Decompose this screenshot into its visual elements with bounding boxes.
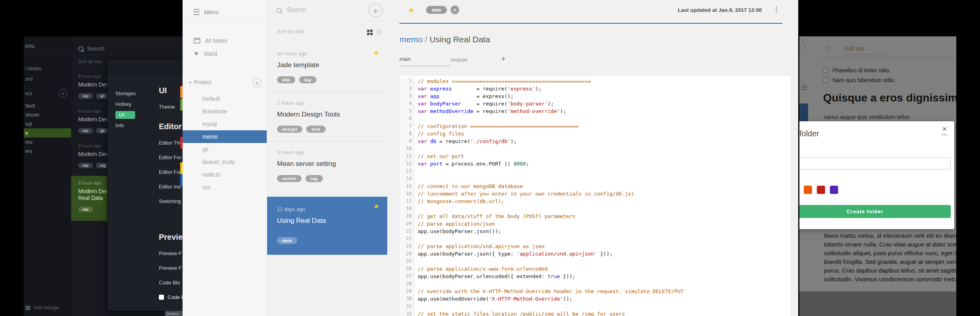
sidebar-folder-nodeJs[interactable]: nodeJs bbox=[183, 168, 267, 181]
note-timestamp: an hours ago bbox=[277, 51, 382, 56]
code-line: 23// parse application/vnd.api+json as j… bbox=[400, 243, 790, 250]
code-line: 6 bbox=[400, 115, 790, 122]
search-icon bbox=[277, 8, 282, 13]
tab-module[interactable]: module bbox=[450, 57, 501, 66]
sidebar-folder-Default[interactable]: Default bbox=[183, 92, 267, 105]
preferences-row-label: Editor For bbox=[159, 154, 183, 160]
dark-folder-item[interactable]: ers bbox=[24, 147, 71, 156]
code-token: ); bbox=[560, 108, 566, 114]
dark-search-field[interactable]: Search bbox=[71, 36, 183, 55]
dark-folder-item[interactable]: sql bbox=[24, 119, 71, 128]
checkbox-icon bbox=[159, 295, 164, 300]
dark-folder-item[interactable]: fault bbox=[24, 101, 71, 110]
line-number: 30 bbox=[400, 295, 415, 303]
create-folder-button[interactable]: Create folder bbox=[799, 205, 951, 218]
tag-badge: server bbox=[277, 175, 302, 182]
menu-button[interactable]: Menu bbox=[183, 0, 267, 18]
line-number: 29 bbox=[400, 288, 415, 295]
dark-code-mode-chip[interactable]: javascri bbox=[165, 311, 183, 316]
dark-menu-button[interactable]: enu bbox=[24, 36, 71, 55]
folder-name-input[interactable] bbox=[799, 158, 951, 169]
code-editor[interactable]: 1// modules ============================… bbox=[400, 76, 790, 316]
dark-sidebar-item[interactable]: l Notes bbox=[25, 66, 71, 71]
code-token: app.use(bodyParser.urlencoded({ extended… bbox=[418, 273, 548, 279]
add-tab-button[interactable]: + bbox=[501, 55, 517, 66]
sidebar-folder-mysql[interactable]: mysql bbox=[183, 118, 267, 130]
dark-folder-item[interactable]: stnote bbox=[24, 110, 71, 119]
code-line: 5var methodOverride = require('method-ov… bbox=[400, 107, 790, 115]
code-line: 12var port = process.env.PORT || 8080; bbox=[400, 160, 790, 167]
line-number: 8 bbox=[400, 130, 415, 137]
tag-badge: wip bbox=[78, 207, 93, 212]
code-token: 'body-parser' bbox=[507, 101, 548, 107]
add-tag-button[interactable]: + bbox=[450, 6, 459, 14]
sidebar-item-all-notes[interactable]: All Notes bbox=[183, 34, 267, 47]
sidebar-folder-css[interactable]: css bbox=[183, 181, 267, 194]
preferences-nav-label: UI bbox=[115, 111, 135, 119]
sidebar-folder-laravel_study[interactable]: laravel_study bbox=[183, 156, 267, 168]
sidebar-folder-memo[interactable]: memo bbox=[183, 130, 267, 143]
code-token: app.use(methodOverride( bbox=[418, 296, 489, 302]
preferences-nav-item[interactable]: Hotkey bbox=[115, 101, 164, 111]
code-line: 11// set our port bbox=[400, 152, 790, 160]
modal-close-button[interactable]: × esc bbox=[942, 124, 947, 136]
star-icon[interactable]: ★ bbox=[373, 49, 379, 56]
line-number: 31 bbox=[400, 303, 415, 310]
color-swatch[interactable] bbox=[804, 186, 812, 194]
list-view-icon[interactable] bbox=[377, 30, 382, 30]
note-list-item[interactable]: an hours ago★Jade templatewiptag bbox=[267, 43, 387, 92]
tab-main[interactable]: main bbox=[400, 56, 450, 66]
grid-view-icon[interactable] bbox=[367, 30, 369, 32]
code-token: 'application/vnd.api+json' bbox=[516, 251, 597, 257]
kebab-menu-icon[interactable] bbox=[776, 6, 777, 8]
dark-project-header[interactable]: ect + bbox=[24, 90, 71, 96]
code-token: // set our port bbox=[418, 153, 464, 159]
add-folder-button[interactable]: + bbox=[253, 78, 262, 87]
note-list-item[interactable]: 12 days ago★Using Real Datadata bbox=[267, 197, 387, 255]
code-text: // config files bbox=[415, 130, 464, 137]
preferences-nav-item[interactable]: Storages bbox=[115, 90, 164, 101]
dark-add-folder-button[interactable]: + bbox=[58, 89, 67, 98]
new-note-button[interactable]: + bbox=[369, 4, 383, 17]
dark-sidebar-item[interactable]: ard bbox=[25, 76, 71, 82]
code-token: ; bbox=[526, 161, 529, 167]
line-number: 18 bbox=[400, 205, 415, 213]
code-token: // configuration =======================… bbox=[418, 123, 579, 129]
note-tag-badge[interactable]: data bbox=[426, 6, 447, 14]
preferences-nav-item[interactable]: Info bbox=[115, 122, 164, 133]
code-token: 'express' bbox=[507, 86, 535, 92]
search-field[interactable]: Search + bbox=[267, 0, 387, 21]
color-swatch[interactable] bbox=[830, 186, 838, 194]
sort-selector[interactable]: Sort by date bbox=[277, 28, 305, 34]
dark-folder-item[interactable]: mo bbox=[24, 137, 71, 147]
code-token: var bbox=[418, 86, 427, 92]
color-swatch[interactable] bbox=[817, 186, 825, 194]
star-icon[interactable]: ★ bbox=[408, 6, 415, 14]
note-title: Using Real Data bbox=[277, 217, 382, 225]
project-header[interactable]: ▾Project + bbox=[183, 79, 267, 87]
code-token: })); bbox=[560, 273, 575, 279]
dark-folder-item[interactable]: e bbox=[24, 128, 71, 137]
line-number: 4 bbox=[400, 100, 415, 107]
sidebar-folder-git[interactable]: git bbox=[183, 143, 267, 156]
code-line: 28 bbox=[400, 280, 790, 288]
note-list-item[interactable]: 3 hours agoMean server settingservertag bbox=[267, 142, 387, 191]
preferences-checkbox[interactable]: Code B bbox=[159, 294, 183, 300]
code-token: )); bbox=[563, 296, 572, 302]
code-text: // mongoose.connect(db.url); bbox=[415, 198, 504, 205]
preferences-nav-item[interactable]: UI bbox=[115, 111, 164, 122]
desktop-canvas: enu l Notesard ect + faultstnotesqlemoer… bbox=[0, 0, 980, 316]
sidebar-folder-Boostnote[interactable]: Boostnote bbox=[183, 105, 267, 118]
breadcrumb-separator: / bbox=[422, 35, 430, 44]
code-text bbox=[415, 115, 421, 122]
star-icon[interactable]: ★ bbox=[373, 202, 379, 210]
sidebar-item-stard[interactable]: ★Stard bbox=[183, 47, 267, 60]
dark-add-storage-button[interactable]: Add storage bbox=[25, 305, 59, 310]
chevron-down-icon: ▾ bbox=[189, 80, 191, 85]
code-token: // parse application/x-www-form-urlencod… bbox=[418, 266, 548, 272]
code-line: 1// modules ============================… bbox=[400, 77, 790, 85]
note-list-item[interactable]: 2 hours agoModern Design Toolsdesigntool bbox=[267, 92, 387, 142]
dark-sidebar: enu l Notesard ect + faultstnotesqlemoer… bbox=[24, 36, 71, 316]
breadcrumb-folder[interactable]: memo bbox=[400, 35, 422, 44]
code-text: // modules =============================… bbox=[415, 77, 591, 85]
